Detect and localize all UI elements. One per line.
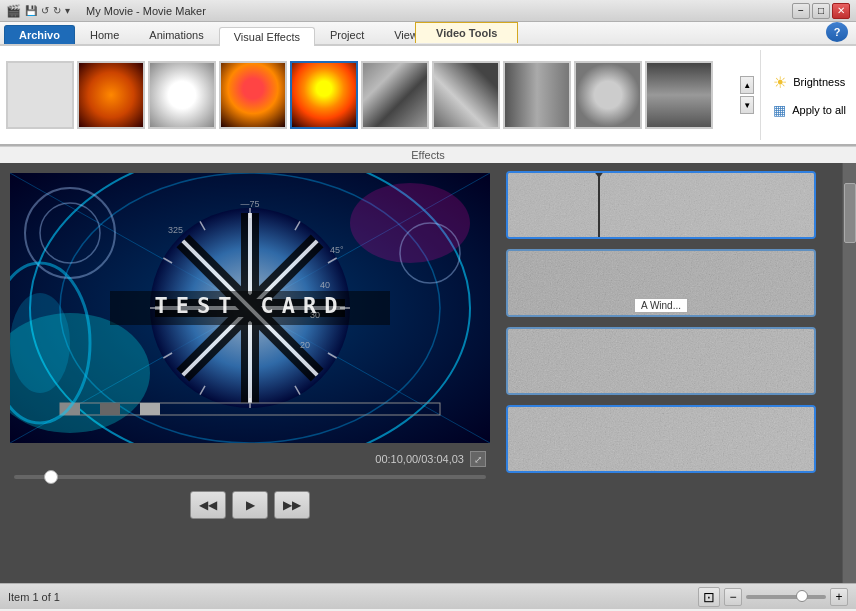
svg-point-15 <box>350 183 470 263</box>
video-frame: TEST CARD <box>10 173 490 443</box>
tab-visual-effects[interactable]: Visual Effects <box>219 27 315 46</box>
seek-bar-container <box>10 475 490 479</box>
timeline-track-2[interactable]: A Wind... <box>506 249 816 317</box>
effect-bw1[interactable] <box>361 61 429 129</box>
svg-rect-52 <box>508 407 816 473</box>
timeline-scrollbar[interactable] <box>842 163 856 583</box>
status-bar: Item 1 of 1 ⊡ − + <box>0 583 856 609</box>
main-area: TEST CARD <box>0 163 856 583</box>
minimize-button[interactable]: − <box>792 3 810 19</box>
playhead-line <box>598 173 600 237</box>
timeline-track-4[interactable] <box>506 405 816 473</box>
ribbon-right: ☀ Brightness ▦ Apply to all <box>760 50 850 140</box>
effect-bw2[interactable] <box>432 61 500 129</box>
svg-rect-46 <box>508 173 816 239</box>
playback-controls: ◀◀ ▶ ▶▶ <box>10 487 490 523</box>
help-button[interactable]: ? <box>826 22 848 42</box>
status-right: ⊡ − + <box>698 587 848 607</box>
apply-to-label: Apply to all <box>792 104 846 116</box>
svg-text:40: 40 <box>320 280 330 290</box>
apply-icon: ▦ <box>773 102 786 118</box>
tab-archivo[interactable]: Archivo <box>4 25 75 44</box>
effect-red-flower[interactable] <box>219 61 287 129</box>
timeline-track-3[interactable] <box>506 327 816 395</box>
tab-home[interactable]: Home <box>75 25 134 44</box>
maximize-button[interactable]: □ <box>812 3 830 19</box>
effects-area <box>6 50 738 140</box>
brightness-icon: ☀ <box>773 73 787 92</box>
svg-point-44 <box>10 293 70 393</box>
svg-text:30: 30 <box>310 310 320 320</box>
ribbon-content: ▲ ▼ ☀ Brightness ▦ Apply to all <box>0 46 856 146</box>
title-bar: 🎬 💾 ↺ ↻ ▾ My Movie - Movie Maker − □ ✕ <box>0 0 856 22</box>
quick-access-dropdown[interactable]: ▾ <box>65 5 70 16</box>
svg-text:45°: 45° <box>330 245 344 255</box>
timeline-panel: A Wind... <box>500 163 856 583</box>
effect-yellow-flower[interactable] <box>290 61 358 129</box>
svg-text:20: 20 <box>300 340 310 350</box>
brightness-button[interactable]: ☀ Brightness <box>769 71 850 94</box>
zoom-slider-handle[interactable] <box>796 590 808 602</box>
title-text: My Movie - Movie Maker <box>86 5 206 17</box>
window-controls: − □ ✕ <box>792 3 850 19</box>
effect-bw3[interactable] <box>503 61 571 129</box>
apply-to-all-button[interactable]: ▦ Apply to all <box>769 100 850 120</box>
svg-rect-50 <box>508 329 816 395</box>
scroll-up-arrow[interactable]: ▲ <box>740 76 754 94</box>
effect-bw5[interactable] <box>645 61 713 129</box>
video-time-display: 00:10,00/03:04,03 ⤢ <box>10 451 490 467</box>
brightness-label: Brightness <box>793 76 845 88</box>
quick-access-redo[interactable]: ↻ <box>53 5 61 16</box>
effect-bw4[interactable] <box>574 61 642 129</box>
title-bar-left: 🎬 💾 ↺ ↻ ▾ My Movie - Movie Maker <box>6 4 206 18</box>
scrollbar-thumb[interactable] <box>844 183 856 243</box>
zoom-out-button[interactable]: − <box>724 588 742 606</box>
effects-scroll-arrows: ▲ ▼ <box>738 50 756 140</box>
effect-none[interactable] <box>6 61 74 129</box>
tab-project[interactable]: Project <box>315 25 379 44</box>
svg-rect-33 <box>140 403 160 415</box>
zoom-slider[interactable] <box>746 595 826 599</box>
quick-access-save[interactable]: 💾 <box>25 5 37 16</box>
rewind-button[interactable]: ◀◀ <box>190 491 226 519</box>
app-logo-icon: 🎬 <box>6 4 21 18</box>
effect-orange[interactable] <box>77 61 145 129</box>
ribbon-wrapper: Video Tools Archivo Home Animations Visu… <box>0 22 856 163</box>
zoom-in-button[interactable]: + <box>830 588 848 606</box>
video-preview-panel: TEST CARD <box>0 163 500 583</box>
scroll-down-arrow[interactable]: ▼ <box>740 96 754 114</box>
svg-text:325: 325 <box>168 225 183 235</box>
svg-rect-32 <box>100 403 120 415</box>
track-2-label[interactable]: A Wind... <box>634 298 688 313</box>
time-code: 00:10,00/03:04,03 <box>375 453 464 465</box>
effect-white-flower[interactable] <box>148 61 216 129</box>
close-button[interactable]: ✕ <box>832 3 850 19</box>
timeline-track-1[interactable] <box>506 171 816 239</box>
seek-handle[interactable] <box>44 470 58 484</box>
screen-toggle-button[interactable]: ⊡ <box>698 587 720 607</box>
expand-preview-button[interactable]: ⤢ <box>470 451 486 467</box>
svg-text:—75: —75 <box>240 199 259 209</box>
effects-section-label: Effects <box>0 146 856 163</box>
tab-animations[interactable]: Animations <box>134 25 218 44</box>
status-text: Item 1 of 1 <box>8 591 60 603</box>
play-button[interactable]: ▶ <box>232 491 268 519</box>
video-tools-banner: Video Tools <box>415 22 518 43</box>
seek-bar[interactable] <box>14 475 486 479</box>
forward-button[interactable]: ▶▶ <box>274 491 310 519</box>
quick-access-undo[interactable]: ↺ <box>41 5 49 16</box>
